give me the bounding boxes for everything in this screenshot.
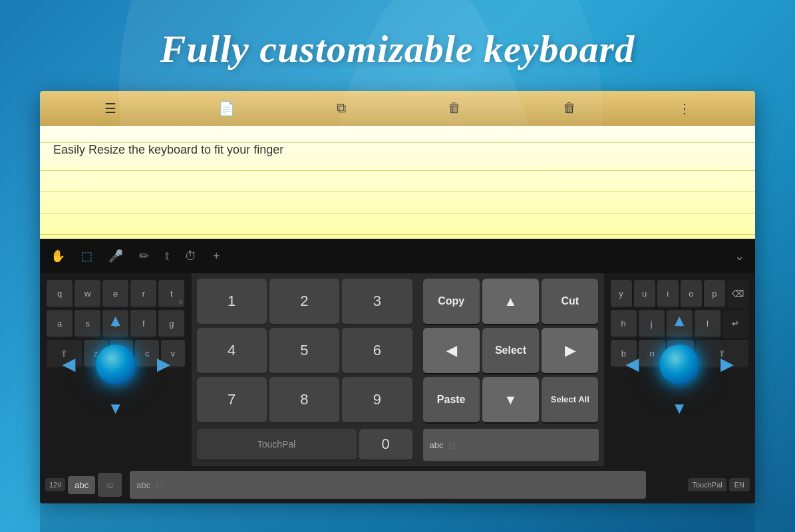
ctrl-row-3: Paste ▼ Select All — [423, 377, 599, 424]
keyboard-toolbar: ✋ ⬚ 🎤 ✏ t ⏱ + ⌄ — [40, 239, 755, 273]
joystick-right[interactable]: ▲ ▼ ◀ ▶ — [626, 311, 732, 418]
app-toolbar: ☰ 📄 ⧉ 🗑 🗑 ⋮ — [40, 91, 755, 126]
key-t[interactable]: t5 — [158, 280, 184, 308]
abc-icon: ⬚ — [448, 441, 455, 450]
key-u[interactable]: u — [634, 280, 655, 308]
right-row-1: y u i o p ⌫ — [611, 280, 749, 308]
abc-label-center: abc — [430, 440, 444, 450]
menu-icon[interactable]: ☰ — [104, 100, 116, 116]
keyboard-numpad-panel: 1 2 3 4 5 6 7 8 9 TouchPal 0 — [192, 273, 418, 466]
keyboard-left-panel: q w e r t5 a s d f g ⇧ z — [40, 273, 192, 466]
keyboard-bottom-bar: 12# abc ☺ abc ⬚ TouchPal EN — [40, 466, 755, 503]
pencil-icon[interactable]: ✏ — [139, 249, 149, 263]
num-key-0[interactable]: 0 — [359, 429, 412, 461]
select-all-button[interactable]: Select All — [542, 377, 598, 424]
key-w[interactable]: w — [75, 280, 100, 308]
numpad-bottom: TouchPal 0 — [192, 429, 418, 466]
keyboard-area: ✋ ⬚ 🎤 ✏ t ⏱ + ⌄ q w e r t5 — [40, 239, 755, 503]
key-i[interactable]: i — [657, 280, 679, 308]
paste-button[interactable]: Paste — [423, 377, 480, 424]
chevron-down-icon[interactable]: ⌄ — [734, 249, 744, 263]
joystick-right-up-icon[interactable]: ▲ — [671, 311, 687, 330]
page-title: Fully customizable keyboard — [0, 0, 795, 91]
keyboard-main: q w e r t5 a s d f g ⇧ z — [40, 273, 755, 466]
num-key-7[interactable]: 7 — [197, 377, 267, 424]
num-key-6[interactable]: 6 — [342, 328, 412, 374]
touchpal-label: TouchPal — [197, 429, 357, 461]
num-key-8[interactable]: 8 — [269, 377, 339, 424]
key-y[interactable]: y — [611, 280, 632, 308]
mic-icon[interactable]: 🎤 — [108, 249, 123, 263]
space-icon: ⬚ — [156, 481, 162, 489]
selection-icon[interactable]: ⬚ — [81, 249, 92, 263]
num-key-2[interactable]: 2 — [269, 279, 339, 325]
left-arrow-button[interactable]: ◀ — [423, 328, 480, 374]
reflection — [40, 503, 755, 532]
abc-button[interactable]: abc — [68, 476, 95, 494]
down-arrow-button[interactable]: ▼ — [482, 377, 539, 424]
ctrl-row-1: Copy ▲ Cut — [423, 279, 599, 325]
joystick-down-icon[interactable]: ▼ — [108, 399, 124, 418]
app-container: ☰ 📄 ⧉ 🗑 🗑 ⋮ Easily Resize the keyboard t… — [40, 91, 755, 503]
keyboard-right-panel: y u i o p ⌫ h j k l ↵ b — [604, 273, 756, 466]
touchpal-right-label: TouchPal — [688, 478, 726, 491]
key-e[interactable]: e — [102, 280, 128, 308]
select-button[interactable]: Select — [482, 328, 539, 374]
ctrl-row-2: ◀ Select ▶ — [423, 328, 599, 374]
add-file-icon[interactable]: 📄 — [218, 100, 235, 116]
abc-space-label: abc — [136, 480, 150, 490]
copy-button[interactable]: Copy — [423, 279, 480, 325]
key-p[interactable]: p — [704, 280, 725, 308]
joystick-right-center[interactable] — [659, 344, 699, 384]
twitter-icon[interactable]: t — [165, 249, 169, 263]
num-key-1[interactable]: 1 — [197, 279, 267, 325]
backspace-key[interactable]: ⌫ — [727, 280, 748, 308]
key-r[interactable]: r — [130, 280, 156, 308]
copy-file-icon[interactable]: ⧉ — [337, 100, 346, 116]
up-arrow-button[interactable]: ▲ — [482, 279, 539, 325]
add-icon[interactable]: + — [213, 249, 220, 263]
num-key-4[interactable]: 4 — [197, 328, 267, 374]
smiley-icon[interactable]: ☺ — [98, 473, 122, 497]
numpad-grid: 1 2 3 4 5 6 7 8 9 — [192, 273, 418, 429]
control-panel: Copy ▲ Cut ◀ Select ▶ Paste ▼ Select All… — [418, 273, 604, 466]
joystick-right-right-icon[interactable]: ▶ — [720, 355, 732, 374]
key-q[interactable]: q — [47, 280, 73, 308]
num-key-9[interactable]: 9 — [342, 377, 412, 424]
key-o[interactable]: o — [681, 280, 702, 308]
left-row-1: q w e r t5 — [47, 280, 185, 308]
joystick-right-down-icon[interactable]: ▼ — [671, 399, 687, 418]
trash-icon[interactable]: 🗑 — [563, 100, 576, 116]
keyboard-bottom-right: TouchPal EN — [649, 478, 755, 491]
cut-button[interactable]: Cut — [542, 279, 598, 325]
language-button[interactable]: EN — [729, 478, 750, 491]
keyboard-bottom-left: 12# abc ☺ — [40, 473, 127, 497]
num-switch-button[interactable]: 12# — [45, 478, 65, 491]
num-key-3[interactable]: 3 — [342, 279, 412, 325]
joystick-left-icon[interactable]: ◀ — [63, 355, 75, 374]
joystick-right-left-icon[interactable]: ◀ — [626, 355, 638, 374]
joystick-right-icon[interactable]: ▶ — [157, 355, 169, 374]
right-arrow-button[interactable]: ▶ — [542, 328, 598, 374]
clock-icon[interactable]: ⏱ — [185, 249, 197, 263]
more-options-icon[interactable]: ⋮ — [678, 100, 691, 116]
space-bar[interactable]: abc ⬚ — [130, 471, 646, 499]
note-text: Easily Resize the keyboard to fit your f… — [53, 136, 742, 160]
joystick-up-icon[interactable]: ▲ — [108, 311, 124, 330]
num-key-5[interactable]: 5 — [269, 328, 339, 374]
delete-icon[interactable]: 🗑 — [448, 100, 461, 116]
hand-icon[interactable]: ✋ — [51, 249, 65, 263]
joystick-left[interactable]: ▲ ▼ ◀ ▶ — [63, 311, 169, 418]
joystick-center[interactable] — [96, 344, 136, 384]
abc-bar: abc ⬚ — [423, 429, 599, 461]
note-area[interactable]: Easily Resize the keyboard to fit your f… — [40, 126, 755, 239]
